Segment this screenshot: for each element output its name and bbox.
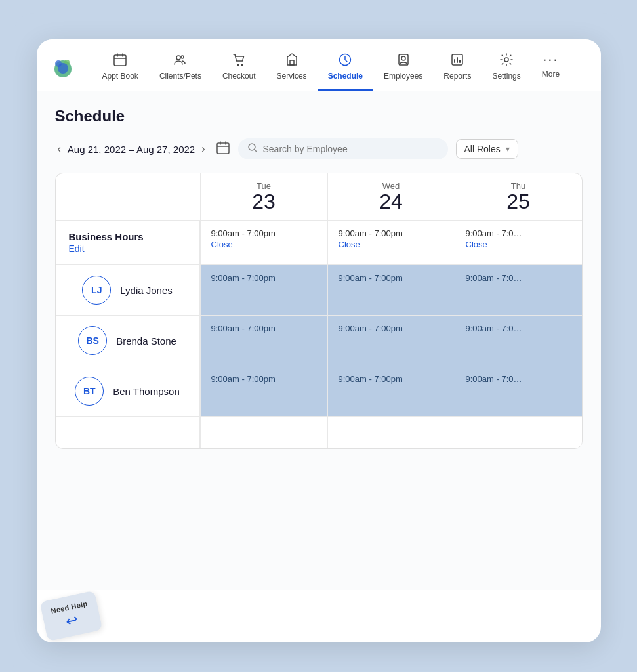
emp2-shift-text-0: 9:00am - 7:00pm (211, 374, 317, 384)
svg-point-11 (241, 64, 243, 66)
date-nav: ‹ Aug 21, 2022 – Aug 27, 2022 › (55, 142, 208, 156)
checkout-icon (232, 52, 246, 69)
need-help-button[interactable]: Need Help ↩ (39, 590, 102, 641)
grid-header: Tue 23 Wed 24 Thu 25 (56, 173, 582, 220)
role-dropdown-arrow: ▾ (506, 144, 510, 154)
emp2-shift-0[interactable]: 9:00am - 7:00pm (200, 366, 327, 416)
search-input[interactable] (263, 144, 439, 154)
business-hours-row: Business Hours Edit 9:00am - 7:00pm Clos… (56, 220, 582, 265)
date-bar: ‹ Aug 21, 2022 – Aug 27, 2022 › All Role… (55, 138, 583, 159)
empty-row (56, 417, 582, 448)
bh-close-2[interactable]: Close (466, 240, 571, 249)
day-number-0: 23 (211, 191, 317, 212)
services-icon (285, 52, 299, 69)
nav-item-appt-book[interactable]: Appt Book (92, 47, 149, 91)
header-day-0: Tue 23 (200, 173, 327, 220)
svg-point-10 (237, 64, 239, 66)
emp0-shift-0[interactable]: 9:00am - 7:00pm (200, 265, 327, 315)
day-number-2: 25 (466, 191, 571, 212)
business-hours-label-cell: Business Hours Edit (56, 220, 200, 264)
bh-cell-0: 9:00am - 7:00pm Close (200, 220, 327, 264)
main-card: Appt Book Clients/Pets Checkout (37, 39, 601, 642)
role-label: All Roles (464, 144, 501, 154)
role-select[interactable]: All Roles ▾ (456, 139, 518, 159)
date-range: Aug 21, 2022 – Aug 27, 2022 (68, 144, 195, 155)
employee-name-1: Brenda Stone (116, 335, 176, 346)
nav-label-appt-book: Appt Book (102, 72, 138, 81)
clients-pets-icon (173, 52, 188, 69)
nav-logo[interactable] (50, 54, 76, 83)
emp1-shift-1[interactable]: 9:00am - 7:00pm (327, 316, 455, 366)
emp0-shift-1[interactable]: 9:00am - 7:00pm (327, 265, 455, 315)
header-day-1: Wed 24 (327, 173, 455, 220)
nav-item-employees[interactable]: Employees (373, 47, 433, 91)
nav-item-clients-pets[interactable]: Clients/Pets (149, 47, 212, 91)
nav-item-reports[interactable]: Reports (433, 47, 482, 91)
nav-label-schedule: Schedule (328, 72, 363, 81)
employee-label-2: BT Ben Thompson (56, 366, 200, 416)
emp1-shift-2[interactable]: 9:00am - 7:0… (455, 316, 582, 366)
edit-link[interactable]: Edit (69, 243, 85, 254)
schedule-grid: Tue 23 Wed 24 Thu 25 Business Hour (55, 173, 583, 449)
search-box (238, 138, 448, 159)
settings-icon (499, 52, 514, 69)
emp1-shift-0[interactable]: 9:00am - 7:00pm (200, 316, 327, 366)
empty-cell-0 (200, 417, 327, 448)
nav-item-checkout[interactable]: Checkout (212, 47, 266, 91)
bh-hours-0: 9:00am - 7:00pm (211, 228, 317, 238)
bh-cell-1: 9:00am - 7:00pm Close (327, 220, 455, 264)
prev-arrow[interactable]: ‹ (55, 142, 64, 156)
next-arrow[interactable]: › (199, 142, 207, 156)
employee-row-0: LJ Lydia Jones 9:00am - 7:00pm 9:00am - … (56, 265, 582, 316)
reports-icon (450, 52, 464, 69)
nav-item-schedule[interactable]: Schedule (318, 47, 373, 91)
employee-name-0: Lydia Jones (120, 285, 173, 296)
nav-items: Appt Book Clients/Pets Checkout (92, 47, 571, 91)
day-number-1: 24 (339, 191, 444, 212)
appt-book-icon (113, 52, 127, 69)
svg-rect-12 (290, 60, 294, 65)
emp2-shift-text-1: 9:00am - 7:00pm (339, 374, 444, 384)
bh-cell-2: 9:00am - 7:0… Close (455, 220, 582, 264)
emp0-shift-2[interactable]: 9:00am - 7:0… (455, 265, 582, 315)
employee-name-2: Ben Thompson (113, 386, 179, 397)
employee-label-1: BS Brenda Stone (56, 316, 200, 366)
help-icon: ↩ (64, 611, 79, 630)
emp2-shift-2[interactable]: 9:00am - 7:0… (455, 366, 582, 416)
svg-point-9 (181, 56, 184, 58)
emp2-shift-text-2: 9:00am - 7:0… (466, 374, 571, 384)
svg-rect-21 (217, 143, 229, 154)
nav-item-services[interactable]: Services (266, 47, 318, 91)
emp1-shift-text-2: 9:00am - 7:0… (466, 324, 571, 333)
bh-close-0[interactable]: Close (211, 240, 317, 249)
avatar-bs: BS (78, 326, 107, 355)
emp2-shift-1[interactable]: 9:00am - 7:00pm (327, 366, 455, 416)
header-day-2: Thu 25 (455, 173, 582, 220)
bh-hours-2: 9:00am - 7:0… (466, 228, 571, 238)
page-content: Schedule ‹ Aug 21, 2022 – Aug 27, 2022 › (37, 91, 601, 590)
svg-point-20 (504, 58, 508, 62)
nav-label-clients-pets: Clients/Pets (159, 72, 201, 81)
nav-item-more[interactable]: ··· More (531, 47, 570, 91)
schedule-icon (338, 52, 352, 69)
bh-hours-1: 9:00am - 7:00pm (339, 228, 444, 238)
emp0-shift-text-0: 9:00am - 7:00pm (211, 273, 317, 283)
empty-cell-2 (455, 417, 582, 448)
business-hours-label: Business Hours (69, 231, 144, 242)
nav-label-checkout: Checkout (222, 72, 256, 81)
employee-row-2: BT Ben Thompson 9:00am - 7:00pm 9:00am -… (56, 366, 582, 417)
emp1-shift-text-1: 9:00am - 7:00pm (339, 324, 444, 333)
nav-item-settings[interactable]: Settings (482, 47, 531, 91)
nav-label-more: More (542, 70, 560, 79)
need-help-wrap: Need Help ↩ (43, 596, 99, 636)
avatar-lj: LJ (82, 276, 111, 304)
more-icon: ··· (543, 52, 558, 67)
top-nav: Appt Book Clients/Pets Checkout (37, 39, 601, 91)
emp0-shift-text-2: 9:00am - 7:0… (466, 273, 571, 283)
bh-close-1[interactable]: Close (339, 240, 444, 249)
avatar-bt: BT (75, 377, 104, 406)
employee-row-1: BS Brenda Stone 9:00am - 7:00pm 9:00am -… (56, 316, 582, 366)
calendar-icon[interactable] (216, 140, 230, 158)
empty-label-cell (56, 417, 200, 448)
nav-label-services: Services (277, 72, 307, 81)
